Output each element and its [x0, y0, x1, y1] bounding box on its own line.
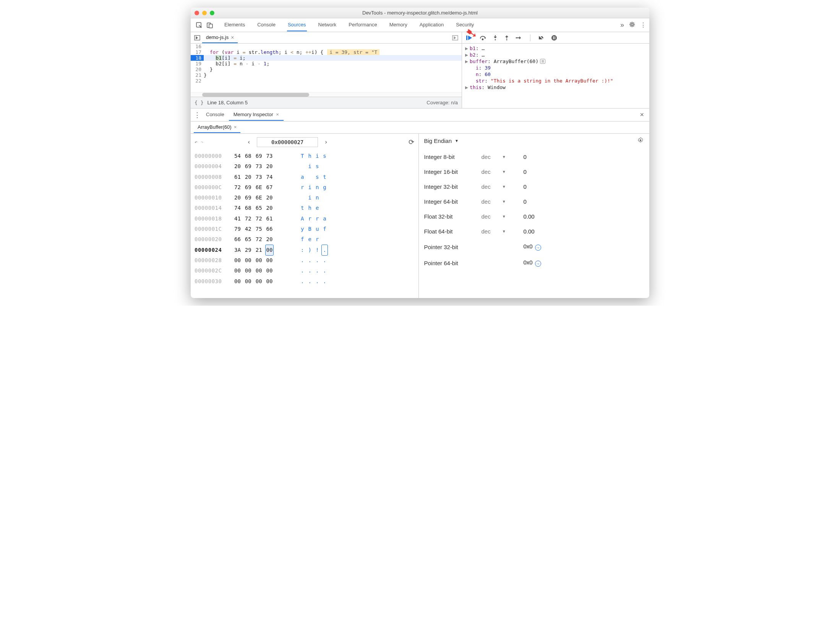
value-mode[interactable]: dec	[482, 183, 491, 190]
memory-icon[interactable]: ⁞⁞	[540, 59, 545, 64]
coverage-label: Coverage: n/a	[426, 100, 458, 105]
step-icon[interactable]	[516, 36, 522, 40]
value-label: Integer 8-bit	[424, 154, 482, 160]
hex-ascii[interactable]: yBuf	[301, 224, 347, 234]
jump-icon[interactable]: →	[535, 261, 541, 267]
tab-performance[interactable]: Performance	[348, 19, 378, 31]
tab-elements[interactable]: Elements	[224, 19, 246, 31]
tab-application[interactable]: Application	[419, 19, 445, 31]
kebab-icon[interactable]: ⋮	[193, 111, 201, 119]
code-line[interactable]: 19 b2[i] = n - i - 1;	[191, 61, 462, 66]
close-icon[interactable]: ×	[637, 111, 647, 119]
jump-icon[interactable]: →	[535, 245, 541, 251]
hex-grid[interactable]: 0000000054686973This0000000420697320 is …	[195, 151, 415, 287]
chevron-down-icon[interactable]: ▼	[502, 229, 506, 233]
hex-bytes[interactable]: 41727261	[234, 214, 295, 224]
buffer-tab[interactable]: ArrayBuffer(60) ×	[194, 122, 240, 133]
code-line[interactable]: 16	[191, 44, 462, 49]
code-line[interactable]: 18 b1[i] = i;	[191, 55, 462, 61]
value-mode[interactable]: dec	[482, 169, 491, 175]
hex-ascii[interactable]: ....	[301, 266, 347, 276]
hex-ascii[interactable]: ring	[301, 182, 347, 193]
step-into-icon[interactable]	[493, 35, 498, 41]
hex-ascii[interactable]: This	[301, 151, 347, 161]
hex-ascii[interactable]: Arra	[301, 214, 347, 224]
deactivate-breakpoints-icon[interactable]	[538, 35, 545, 41]
snippets-icon[interactable]	[450, 34, 460, 42]
hex-bytes[interactable]: 00000000	[234, 266, 295, 276]
svg-point-8	[506, 39, 508, 40]
hex-ascii[interactable]: ....	[301, 255, 347, 266]
hex-bytes[interactable]: 66657220	[234, 234, 295, 245]
hex-address: 00000018	[195, 214, 229, 224]
pretty-print-icon[interactable]: { }	[195, 100, 203, 105]
close-icon[interactable]: ×	[234, 124, 237, 130]
code-line[interactable]: 22	[191, 78, 462, 84]
tab-memory[interactable]: Memory	[389, 19, 408, 31]
prev-page-icon[interactable]: ‹	[245, 137, 253, 147]
scope-row[interactable]: n: 60	[465, 71, 646, 78]
hex-bytes[interactable]: 74686520	[234, 203, 295, 213]
hex-ascii[interactable]: a st	[301, 172, 347, 182]
chevron-down-icon[interactable]: ▼	[502, 170, 506, 174]
code-line[interactable]: 17 for (var i = str.length; i < n; ++i) …	[191, 49, 462, 55]
scope-row[interactable]: ▶b1: …	[465, 45, 646, 52]
value-mode[interactable]: dec	[482, 154, 491, 160]
scope-row[interactable]: str: "This is a string in the ArrayBuffe…	[465, 78, 646, 84]
gear-icon[interactable]	[629, 21, 636, 29]
navigator-icon[interactable]	[192, 34, 202, 42]
value-mode[interactable]: dec	[482, 213, 491, 220]
endian-select[interactable]: Big Endian ▼	[424, 138, 459, 144]
scrollbar-horizontal[interactable]	[191, 92, 462, 97]
next-page-icon[interactable]: ›	[322, 137, 330, 147]
chevron-down-icon[interactable]: ▼	[502, 199, 506, 204]
hex-bytes[interactable]: 20696E20	[234, 193, 295, 203]
redo-icon[interactable]: ↷	[201, 139, 204, 145]
scope-row[interactable]: ▶this: Window	[465, 84, 646, 91]
code-line[interactable]: 20 }	[191, 66, 462, 72]
tab-sources[interactable]: Sources	[287, 19, 307, 31]
hex-ascii[interactable]: is	[301, 161, 347, 172]
file-tab[interactable]: demo-js.js ×	[202, 32, 238, 43]
undo-icon[interactable]: ↶	[195, 139, 198, 145]
hex-ascii[interactable]: the	[301, 203, 347, 213]
hex-bytes[interactable]: 72696E67	[234, 182, 295, 193]
step-over-icon[interactable]	[480, 35, 486, 41]
hex-ascii[interactable]: :)!.	[301, 245, 347, 255]
drawer-tab-console[interactable]: Console	[201, 109, 229, 121]
kebab-icon[interactable]: ⋮	[640, 21, 646, 29]
scope-row[interactable]: ▶b2: …	[465, 52, 646, 58]
hex-bytes[interactable]: 3A292100	[234, 245, 295, 255]
hex-bytes[interactable]: 00000000	[234, 276, 295, 287]
hex-ascii[interactable]: in	[301, 193, 347, 203]
chevron-down-icon[interactable]: ▼	[502, 155, 506, 159]
drawer-tab-memory-inspector[interactable]: Memory Inspector ×	[229, 109, 284, 121]
scope-row[interactable]: i: 39	[465, 65, 646, 71]
scope-variables[interactable]: ▶b1: …▶b2: …▶buffer: ArrayBuffer(60)⁞⁞ i…	[462, 44, 649, 108]
chevron-down-icon[interactable]: ▼	[502, 214, 506, 219]
step-out-icon[interactable]	[504, 35, 509, 41]
scope-row[interactable]: ▶buffer: ArrayBuffer(60)⁞⁞	[465, 58, 646, 65]
close-icon[interactable]: ×	[231, 34, 234, 41]
chevron-down-icon[interactable]: ▼	[502, 185, 506, 189]
hex-bytes[interactable]: 79427566	[234, 224, 295, 234]
hex-ascii[interactable]: fer	[301, 234, 347, 245]
pause-exceptions-icon[interactable]	[551, 35, 557, 41]
refresh-icon[interactable]: ⟳	[409, 138, 414, 146]
inspect-icon[interactable]	[194, 20, 204, 31]
address-input[interactable]	[257, 137, 318, 147]
code-editor[interactable]: 1617 for (var i = str.length; i < n; ++i…	[191, 44, 462, 92]
tab-network[interactable]: Network	[318, 19, 337, 31]
overflow-icon[interactable]: »	[620, 21, 624, 29]
value-mode[interactable]: dec	[482, 228, 491, 235]
hex-bytes[interactable]: 20697320	[234, 161, 295, 172]
device-icon[interactable]	[204, 20, 215, 31]
value-mode[interactable]: dec	[482, 198, 491, 205]
tab-console[interactable]: Console	[256, 19, 276, 31]
hex-ascii[interactable]: ....	[301, 276, 347, 287]
hex-bytes[interactable]: 61207374	[234, 172, 295, 182]
code-line[interactable]: 21}	[191, 72, 462, 78]
hex-bytes[interactable]: 00000000	[234, 255, 295, 266]
gear-icon[interactable]	[637, 137, 644, 145]
hex-bytes[interactable]: 54686973	[234, 151, 295, 161]
